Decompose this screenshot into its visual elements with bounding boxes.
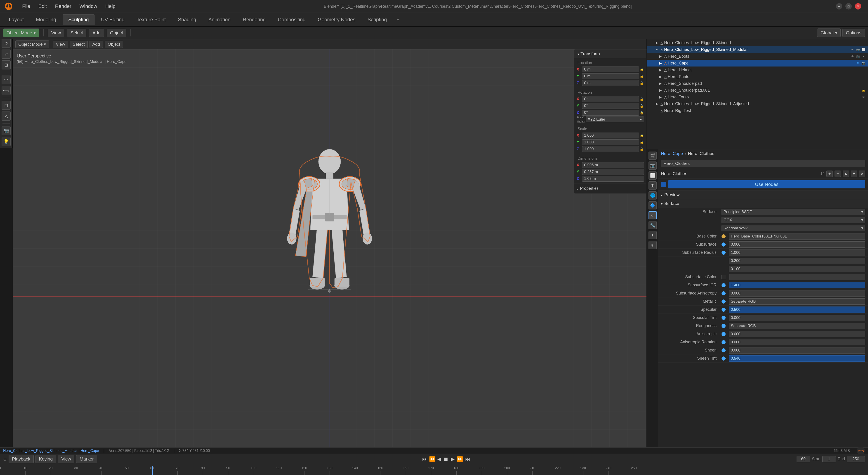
rot-y-lock[interactable]: 🔒 [639,103,644,108]
outliner-hero-boots[interactable]: ▶ △ Hero_Boots 👁 📷 ● [647,53,868,60]
loc-z-lock[interactable]: 🔒 [639,81,644,86]
timeline-ruler[interactable]: 0102030405060708090100110120130140150160… [0,464,868,475]
outliner-hero-shoulderpad[interactable]: ▶ △ Hero_Shoulderpad [647,80,868,87]
hero-modular-render[interactable]: ⬜ [861,47,866,52]
prop-icon-output[interactable]: ⬜ [649,172,657,180]
roughness-value[interactable]: Separate RGB [729,323,865,329]
breadcrumb-hero-cape[interactable]: Hero_Cape [661,151,683,156]
subsurface-ior-input[interactable]: 1.400 [729,282,865,288]
material-name-field[interactable]: Hero_Clothes [661,160,865,167]
sheen-tint-input[interactable]: 0.540 [729,355,865,362]
subsurface-anisotropy-input[interactable]: 0.000 [729,290,865,297]
anisotropic-input[interactable]: 0.000 [729,331,865,337]
prop-icon-modifier[interactable]: 🔧 [649,221,657,229]
hero-sp001-eye[interactable]: 🔒 [861,88,866,92]
location-z-input[interactable]: 0 m [582,80,639,86]
sheen-input[interactable]: 0.000 [729,347,865,354]
hero-boots-eye[interactable]: 👁 [850,54,855,59]
outliner-hero-torso[interactable]: ▶ △ Hero_Torso 👁 [647,94,868,100]
subsurface-color-value[interactable] [729,274,865,280]
scale-z-input[interactable]: 1.000 [582,146,639,152]
camera-tool[interactable]: 📷 [2,126,11,135]
object-btn[interactable]: Object [107,29,127,37]
loc-x-lock[interactable]: 🔒 [639,67,644,72]
hero-modular-eye[interactable]: 👁 [850,47,855,52]
specular-input[interactable]: 0.500 [729,306,865,313]
distribution-dropdown[interactable]: GGX ▾ [721,217,865,223]
subsurface-radius-y[interactable]: 0.200 [729,258,865,264]
view-btn[interactable]: View [48,29,64,37]
add-btn[interactable]: Add [89,29,104,37]
tab-compositing[interactable]: Compositing [272,14,311,25]
tab-modeling[interactable]: Modeling [30,14,62,25]
options-btn[interactable]: Options [842,29,865,37]
random-walk-dropdown[interactable]: Random Walk ▾ [721,225,865,231]
rotation-y-input[interactable]: 0° [582,103,639,109]
close-btn[interactable]: ✕ [855,3,861,9]
hero-cape-cam[interactable]: 📷 [861,61,866,65]
jump-start-btn[interactable]: ⏮ [422,456,427,462]
prop-icon-object[interactable]: ○ [649,211,657,219]
rot-x-lock[interactable]: 🔒 [639,96,644,101]
minimize-btn[interactable]: ─ [836,3,842,9]
vp-object[interactable]: Object [105,41,123,48]
vp-add[interactable]: Add [90,41,103,48]
play-forward-btn[interactable]: ▶ [451,456,455,462]
tab-texture-paint[interactable]: Texture Paint [131,14,171,25]
menu-file[interactable]: File [18,2,34,11]
location-x-input[interactable]: 0 m [582,66,639,72]
annotate-tool[interactable]: ✏ [2,75,11,84]
vp-select[interactable]: Select [70,41,88,48]
measure-tool[interactable]: ⟺ [2,86,11,95]
outliner-hero-modular[interactable]: ▼ △ Hero_Clothes_Low_Rigged_Skinned_Modu… [647,46,868,53]
subsurface-radius-z[interactable]: 0.100 [729,266,865,272]
slot-move-down-btn[interactable]: ▼ [851,171,857,177]
metallic-value[interactable]: Separate RGB [729,298,865,305]
prop-icon-world[interactable]: 🔷 [649,201,657,209]
global-dropdown[interactable]: Global ▾ [817,29,841,37]
base-color-value[interactable]: Hero_Base_Color1001.PNG.001 [729,233,865,240]
tab-geometry-nodes[interactable]: Geometry Nodes [312,14,361,25]
jump-end-btn[interactable]: ⏭ [465,456,470,462]
marker-btn[interactable]: Marker [76,455,97,463]
tab-animation[interactable]: Animation [203,14,236,25]
outliner-hero-shoulderpad-001[interactable]: ▶ △ Hero_Shoulderpad.001 🔒 [647,87,868,94]
keying-btn[interactable]: Keying [35,455,56,463]
prev-frame-btn[interactable]: ⏪ [429,456,435,462]
outliner-hero-helmet[interactable]: ▶ △ Hero_Helmet [647,66,868,73]
location-y-input[interactable]: 0 m [582,73,639,79]
tab-shading[interactable]: Shading [172,14,202,25]
add-cube-tool[interactable]: ◻ [2,101,11,110]
hero-torso-eye[interactable]: 👁 [861,95,866,99]
slot-remove-btn[interactable]: − [835,171,841,177]
maximize-btn[interactable]: □ [845,3,852,9]
vp-object-mode[interactable]: Object Mode ▾ [16,40,49,48]
vp-view[interactable]: View [53,41,68,48]
surface-shader-dropdown[interactable]: Principled BSDF ▾ [721,209,865,215]
euler-dropdown[interactable]: XYZ Euler ▾ [586,117,644,122]
dim-x-input[interactable]: 0.506 m [582,162,644,168]
use-nodes-btn[interactable]: Use Nodes [668,180,865,188]
scale-tool[interactable]: ⤢ [2,50,11,59]
transform-tool[interactable]: ⊞ [2,60,11,69]
specular-tint-input[interactable]: 0.000 [729,315,865,321]
viewport[interactable]: User Perspective (56) Hero_Clothes_Low_R… [13,49,647,447]
tab-scripting[interactable]: Scripting [362,14,393,25]
light-tool[interactable]: 💡 [2,137,11,146]
tab-sculpting[interactable]: Sculpting [63,14,94,25]
tab-uv-editing[interactable]: UV Editing [95,14,130,25]
hero-boots-extra[interactable]: ● [861,54,866,59]
menu-window[interactable]: Window [75,2,101,11]
stop-btn[interactable]: ⏹ [443,456,448,462]
slot-close-btn[interactable]: ✕ [859,171,865,177]
menu-edit[interactable]: Edit [34,2,51,11]
outliner-hero-pants[interactable]: ▶ △ Hero_Pants [647,73,868,80]
hero-cape-eye[interactable]: 👁 [856,61,860,65]
subsurface-color-swatch[interactable] [721,275,726,279]
start-frame-input[interactable]: 1 [822,456,836,462]
transform-header[interactable]: Transform [575,50,646,58]
dim-z-input[interactable]: 1.03 m [582,176,644,182]
scale-x-lock[interactable]: 🔒 [639,133,644,138]
loc-y-lock[interactable]: 🔒 [639,74,644,79]
add-workspace-btn[interactable]: + [394,16,403,24]
